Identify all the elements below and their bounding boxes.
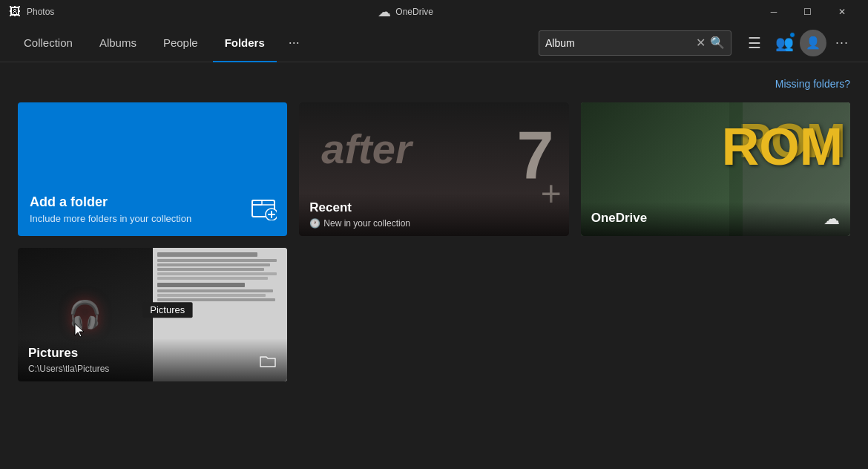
recent-meta: 🕐 New in your collection: [309, 218, 410, 229]
recent-card-overlay: Recent 🕐 New in your collection: [299, 193, 568, 236]
onedrive-cloud-icon: ☁: [378, 4, 391, 20]
onedrive-card-info: OneDrive: [591, 211, 648, 229]
search-box: ✕ 🔍: [539, 30, 731, 56]
folder-card-icon: [259, 352, 277, 374]
folders-grid-row2: 🎧: [18, 248, 850, 381]
add-folder-subtitle: Include more folders in your collection: [30, 213, 275, 224]
more-options-button[interactable]: ···: [828, 29, 856, 57]
clock-icon: 🕐: [309, 218, 320, 229]
onedrive-card[interactable]: ROM OneDrive ☁: [581, 102, 850, 236]
nav-bar: Collection Albums People Folders ··· ✕ 🔍…: [0, 24, 868, 62]
onedrive-label: OneDrive: [395, 7, 433, 17]
app-icon: 🖼: [9, 5, 21, 19]
recent-meta-text: New in your collection: [323, 218, 410, 229]
pictures-card-overlay: Pictures C:\Users\tla\Pictures: [18, 338, 287, 381]
search-input[interactable]: [545, 37, 691, 49]
recent-title: Recent: [309, 200, 410, 215]
title-bar-controls: ─ ☐ ✕: [757, 0, 859, 24]
pictures-meta: C:\Users\tla\Pictures: [28, 364, 109, 374]
recent-card-info: Recent 🕐 New in your collection: [309, 200, 410, 229]
onedrive-cloud-card-icon: ☁: [823, 209, 840, 229]
add-folder-card[interactable]: Add a folder Include more folders in you…: [18, 102, 287, 236]
app-title: Photos: [27, 7, 54, 17]
search-area: ✕ 🔍: [539, 30, 731, 56]
pictures-card-info: Pictures C:\Users\tla\Pictures: [28, 346, 109, 374]
missing-folders-link[interactable]: Missing folders?: [775, 78, 850, 90]
pictures-title: Pictures: [28, 346, 109, 361]
checklist-button[interactable]: ☰: [740, 29, 769, 57]
tab-collection[interactable]: Collection: [12, 24, 85, 62]
tab-albums[interactable]: Albums: [88, 24, 148, 62]
avatar-button[interactable]: 👤: [800, 30, 826, 56]
nav-right-icons: ☰ 👥 👤 ···: [740, 29, 856, 57]
onedrive-title: OneDrive: [591, 211, 648, 226]
search-icon: 🔍: [710, 36, 725, 50]
more-tabs-button[interactable]: ···: [280, 24, 309, 62]
close-button[interactable]: ✕: [825, 0, 859, 24]
tab-people[interactable]: People: [151, 24, 210, 62]
title-bar-left: 🖼 Photos: [9, 5, 54, 19]
add-folder-title: Add a folder: [30, 194, 275, 210]
missing-folders-area: Missing folders?: [18, 77, 850, 91]
recent-card[interactable]: after 7 + Recent 🕐 New in your collectio…: [299, 102, 568, 236]
notification-badge: [789, 32, 795, 38]
minimize-button[interactable]: ─: [757, 0, 791, 24]
folders-grid: Add a folder Include more folders in you…: [18, 102, 850, 236]
people-icon-container: 👥: [770, 29, 798, 57]
avatar-icon: 👤: [806, 36, 821, 50]
checklist-icon: ☰: [748, 34, 761, 52]
tab-folders[interactable]: Folders: [213, 24, 277, 62]
pictures-card[interactable]: 🎧: [18, 248, 287, 381]
more-options-icon: ···: [835, 35, 849, 50]
onedrive-card-overlay: OneDrive ☁: [581, 202, 850, 236]
maximize-button[interactable]: ☐: [791, 0, 825, 24]
pictures-path: C:\Users\tla\Pictures: [28, 364, 109, 374]
add-folder-icon: [251, 195, 277, 226]
clear-search-icon[interactable]: ✕: [696, 36, 706, 50]
headphones-icon: 🎧: [68, 299, 102, 330]
main-content: Missing folders? Add a folder Include mo…: [0, 62, 868, 396]
title-bar: 🖼 Photos ☁ OneDrive ─ ☐ ✕: [0, 0, 868, 24]
onedrive-area: ☁ OneDrive: [378, 4, 433, 20]
